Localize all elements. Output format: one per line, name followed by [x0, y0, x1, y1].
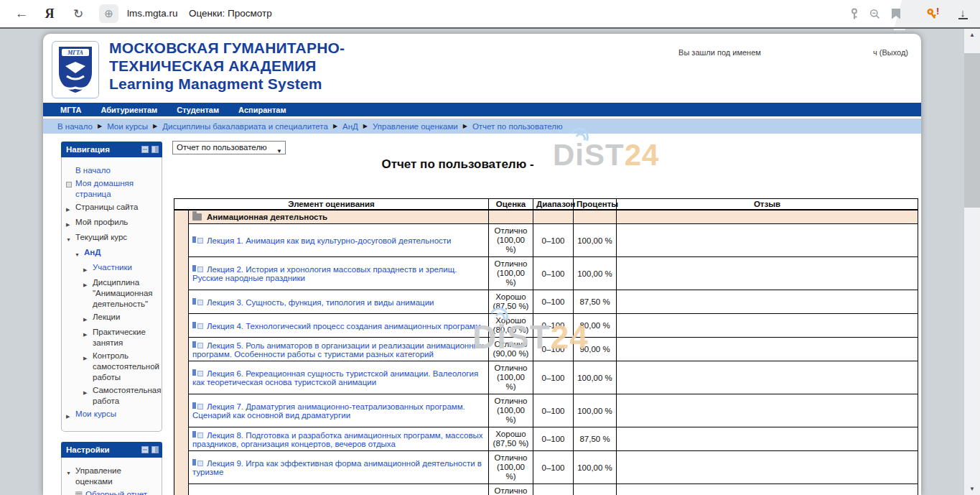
table-header-row: Элемент оценивания Оценка Диапазон Проце… — [174, 199, 918, 211]
user-grade-report-table: Элемент оценивания Оценка Диапазон Проце… — [174, 198, 918, 495]
lms-subtitle: Learning Managment System — [109, 75, 345, 93]
grade-item-link[interactable]: Лекция 3. Сущность, функция, типология и… — [207, 298, 434, 307]
quiz-icon — [192, 402, 202, 411]
chevron-right-icon[interactable]: ▶ — [83, 262, 93, 275]
sidebar-item-my-courses[interactable]: ▶Мои курсы — [66, 409, 159, 422]
chevron-right-icon[interactable]: ▶ — [83, 327, 93, 348]
chevron-right-icon[interactable]: ▶ — [66, 202, 75, 215]
col-header-range: Диапазон — [533, 199, 574, 211]
sidebar-item-overview-report[interactable]: Обзорный отчет — [66, 489, 159, 495]
breadcrumb-my-courses[interactable]: Мои курсы — [107, 122, 148, 131]
breadcrumb: В начало ▶ Мои курсы ▶ Дисциплины бакала… — [43, 119, 921, 134]
report-type-select[interactable]: Отчет по пользователю ▼ — [172, 141, 286, 154]
block-collapse-icon[interactable] — [141, 146, 149, 153]
chevron-down-icon[interactable]: ▼ — [75, 247, 84, 260]
chevron-right-icon[interactable]: ▶ — [83, 351, 93, 383]
scroll-up-icon[interactable]: ▲ — [964, 29, 980, 41]
feedback-cell — [617, 314, 918, 338]
browser-toolbar: ← Я ↻ ⊕ lms.mgta.ru Оценки: Просмотр ! ↓ — [0, 0, 980, 27]
chevron-down-icon[interactable]: ▼ — [66, 232, 75, 245]
sidebar-item-current-course[interactable]: ▼Текущий курс — [66, 232, 159, 245]
settings-block-body: ▼Управление оценками Обзорный отчет Отче… — [61, 458, 162, 495]
address-url[interactable]: lms.mgta.ru — [127, 0, 178, 27]
scroll-down-icon[interactable]: ▼ — [964, 483, 980, 495]
site-info-icon[interactable]: ⊕ — [99, 4, 118, 23]
table-row: Лекция 1. Анимация как вид культурно-дос… — [174, 224, 918, 257]
chevron-right-icon[interactable]: ▶ — [83, 312, 93, 325]
chevron-right-icon[interactable]: ▶ — [66, 409, 75, 422]
grade-cell: Отлично(100,00 %) — [489, 394, 533, 427]
page-zoom-icon[interactable] — [866, 0, 883, 27]
academy-title: МОСКОВСКАЯ ГУМАНИТАРНО- ТЕХНИЧЕСКАЯ АКАД… — [109, 39, 345, 93]
breadcrumb-home[interactable]: В начало — [57, 122, 93, 131]
chevron-right-icon[interactable]: ▶ — [83, 385, 93, 407]
feedback-cell — [617, 484, 918, 495]
breadcrumb-user-report[interactable]: Отчет по пользователю — [472, 122, 563, 131]
grade-item-link[interactable]: Лекция 1. Анимация как вид культурно-дос… — [207, 236, 451, 245]
password-key-icon[interactable] — [846, 0, 863, 27]
academy-title-line1: МОСКОВСКАЯ ГУМАНИТАРНО- — [109, 39, 345, 57]
quiz-icon — [192, 264, 202, 274]
percent-cell: 100,00 % — [574, 451, 617, 484]
sidebar-item-site-pages[interactable]: ▶Страницы сайта — [66, 202, 159, 215]
nav-item-mgta[interactable]: МГТА — [60, 106, 81, 114]
grade-item-link[interactable]: Лекция 4. Технологический процесс создан… — [207, 322, 481, 330]
toolbar-bottom-edge — [0, 27, 980, 29]
page-background: МГТА МОСКОВСКАЯ ГУМАНИТАРНО- ТЕХНИЧЕСКАЯ… — [0, 29, 980, 495]
col-header-feedback: Отзыв — [617, 199, 918, 211]
table-row: Лекция 7. Драматургия анимационно-театра… — [174, 394, 918, 427]
logout-link[interactable]: ч (Выход) — [873, 48, 908, 57]
block-collapse-icon[interactable] — [141, 446, 149, 453]
login-status: Вы зашли под именем ч (Выход) — [678, 48, 908, 57]
select-arrow-icon: ▼ — [276, 145, 282, 157]
feedback-cell — [617, 257, 918, 290]
sidebar-item-participants[interactable]: ▶Участники — [66, 262, 159, 275]
nav-item-aspirantam[interactable]: Аспирантам — [238, 106, 286, 114]
sidebar-item-my-home[interactable]: Моя домашняя страница — [66, 178, 159, 200]
breadcrumb-course[interactable]: АнД — [342, 122, 358, 131]
back-icon[interactable]: ← — [11, 0, 32, 27]
sidebar-item-discipline[interactable]: ▶Дисциплина "Анимационная деятельность" — [66, 277, 159, 310]
sidebar-item-my-profile[interactable]: ▶Мой профиль — [66, 217, 159, 230]
percent-cell: 100,00 % — [574, 484, 617, 495]
nav-item-abiturientam[interactable]: Абитуриентам — [101, 106, 157, 114]
breadcrumb-disciplines[interactable]: Дисциплины бакалавриата и специалитета — [162, 122, 328, 131]
grade-item-link[interactable]: Лекция 8. Подготовка и разработка анимац… — [192, 431, 483, 448]
reload-icon[interactable]: ↻ — [69, 0, 88, 27]
downloads-icon[interactable]: ↓ — [953, 0, 972, 27]
sidebar-item-self-control[interactable]: ▶Контроль самостоятельной работы — [66, 351, 159, 383]
grade-item-link[interactable]: Лекция 7. Драматургия анимационно-театра… — [192, 402, 465, 420]
grade-item-link[interactable]: Лекция 6. Рекреационная сущность туристс… — [192, 369, 478, 387]
table-row: Лекция 5. Роль аниматоров в организации … — [174, 338, 918, 361]
chevron-right-icon[interactable]: ▶ — [83, 277, 93, 310]
vertical-scrollbar[interactable]: ▲ ▼ — [964, 29, 980, 495]
navigation-block-header: Навигация — [61, 142, 162, 157]
sidebar-item-course-and[interactable]: ▼АнД — [66, 247, 159, 260]
chevron-right-icon[interactable]: ▶ — [66, 217, 75, 230]
alert-exclamation-icon: ! — [936, 6, 939, 17]
block-dock-icon[interactable] — [151, 446, 159, 453]
scrollbar-thumb[interactable] — [964, 53, 980, 208]
col-header-grade: Оценка — [489, 199, 533, 211]
table-row: Лекция 9. Игра как эффективная форма ани… — [174, 451, 918, 484]
academy-logo[interactable]: МГТА — [52, 41, 99, 98]
grade-item-link[interactable]: Лекция 5. Роль аниматоров в организации … — [192, 341, 484, 358]
grade-cell: Отлично(100,00 %) — [489, 484, 533, 495]
sidebar-item-self-work[interactable]: ▶Самостоятельная работа — [66, 385, 159, 407]
breadcrumb-grade-admin[interactable]: Управление оценками — [373, 122, 458, 131]
chevron-down-icon[interactable]: ▼ — [66, 466, 75, 487]
feedback-cell — [617, 427, 918, 451]
main-content: Отчет по пользователю ▼ Отчет по пользов… — [172, 139, 919, 495]
range-cell: 0–100 — [533, 427, 574, 451]
bookmark-icon[interactable] — [887, 0, 905, 27]
block-dock-icon[interactable] — [151, 146, 159, 153]
range-cell: 0–100 — [533, 224, 574, 257]
sidebar-item-grade-admin[interactable]: ▼Управление оценками — [66, 466, 159, 487]
grade-item-link[interactable]: Лекция 2. История и хронология массовых … — [192, 265, 457, 282]
sidebar-item-lectures[interactable]: ▶Лекции — [66, 312, 159, 325]
nav-item-studentam[interactable]: Студентам — [177, 106, 219, 114]
sidebar-item-home[interactable]: В начало — [66, 165, 159, 176]
grade-item-link[interactable]: Лекция 9. Игра как эффективная форма ани… — [192, 459, 482, 476]
sidebar-item-practical[interactable]: ▶Практические занятия — [66, 327, 159, 348]
yandex-browser-icon[interactable]: Я — [40, 0, 59, 27]
